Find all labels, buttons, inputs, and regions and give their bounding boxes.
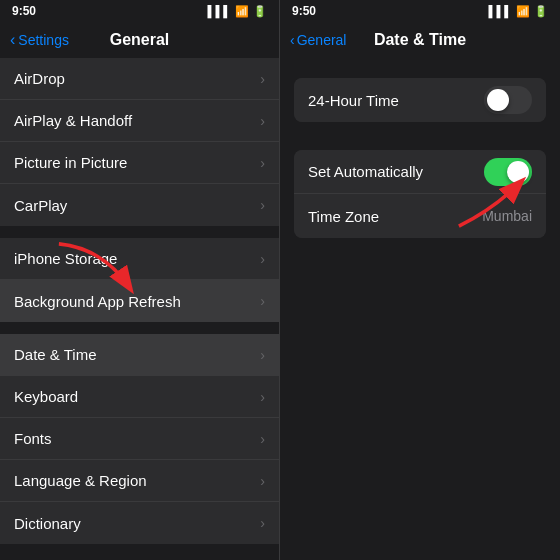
group-airdrop: AirDrop › AirPlay & Handoff › Picture in… — [0, 58, 279, 226]
item-right-background: › — [260, 293, 265, 309]
section-24hour: 24-Hour Time — [294, 78, 546, 122]
settings-list-left: AirDrop › AirPlay & Handoff › Picture in… — [0, 58, 279, 560]
nav-header-left: ‹ Settings General — [0, 22, 279, 58]
status-icons-right: ▌▌▌ 📶 🔋 — [489, 5, 548, 18]
item-label-language: Language & Region — [14, 472, 147, 489]
right-panel: 9:50 ▌▌▌ 📶 🔋 ‹ General Date & Time 24-Ho… — [280, 0, 560, 560]
chevron-datetime: › — [260, 347, 265, 363]
item-24hour[interactable]: 24-Hour Time — [294, 78, 546, 122]
item-label-fonts: Fonts — [14, 430, 52, 447]
chevron-language: › — [260, 473, 265, 489]
item-right-fonts: › — [260, 431, 265, 447]
group-datetime: Date & Time › Keyboard › Fonts › — [0, 334, 279, 544]
item-timezone[interactable]: Time Zone Mumbai — [294, 194, 546, 238]
item-right-storage: › — [260, 251, 265, 267]
item-right-carplay: › — [260, 197, 265, 213]
settings-item-carplay[interactable]: CarPlay › — [0, 184, 279, 226]
chevron-keyboard: › — [260, 389, 265, 405]
value-timezone: Mumbai — [482, 208, 532, 224]
settings-item-background[interactable]: Background App Refresh › — [0, 280, 279, 322]
item-right-keyboard: › — [260, 389, 265, 405]
status-time-right: 9:50 — [292, 4, 316, 18]
page-title-right: Date & Time — [374, 31, 466, 49]
label-set-auto: Set Automatically — [308, 163, 423, 180]
chevron-airdrop: › — [260, 71, 265, 87]
back-label-right: General — [297, 32, 347, 48]
signal-icon-right: ▌▌▌ — [489, 5, 512, 17]
settings-item-keyboard[interactable]: Keyboard › — [0, 376, 279, 418]
battery-icon: 🔋 — [253, 5, 267, 18]
nav-header-right: ‹ General Date & Time — [280, 22, 560, 58]
back-chevron-right: ‹ — [290, 32, 295, 48]
chevron-carplay: › — [260, 197, 265, 213]
toggle-24hour[interactable] — [484, 86, 532, 114]
chevron-fonts: › — [260, 431, 265, 447]
item-label-airdrop: AirDrop — [14, 70, 65, 87]
label-24hour: 24-Hour Time — [308, 92, 399, 109]
back-button-right[interactable]: ‹ General — [290, 32, 346, 48]
left-panel: 9:50 ▌▌▌ 📶 🔋 ‹ Settings General AirDrop — [0, 0, 280, 560]
chevron-dictionary: › — [260, 515, 265, 531]
settings-item-dictionary[interactable]: Dictionary › — [0, 502, 279, 544]
item-right-pip: › — [260, 155, 265, 171]
back-chevron-left: ‹ — [10, 31, 15, 49]
status-bar-left: 9:50 ▌▌▌ 📶 🔋 — [0, 0, 279, 22]
toggle-thumb-set-auto — [507, 161, 529, 183]
settings-item-airplay[interactable]: AirPlay & Handoff › — [0, 100, 279, 142]
status-icons-left: ▌▌▌ 📶 🔋 — [208, 5, 267, 18]
group-storage: iPhone Storage › Background App Refresh … — [0, 238, 279, 322]
chevron-background: › — [260, 293, 265, 309]
settings-item-airdrop[interactable]: AirDrop › — [0, 58, 279, 100]
item-label-keyboard: Keyboard — [14, 388, 78, 405]
signal-icon: ▌▌▌ — [208, 5, 231, 17]
gap1 — [0, 228, 279, 238]
settings-list-right: 24-Hour Time Set Automatically Time Zone… — [280, 58, 560, 560]
settings-item-datetime[interactable]: Date & Time › — [0, 334, 279, 376]
settings-item-language[interactable]: Language & Region › — [0, 460, 279, 502]
battery-icon-right: 🔋 — [534, 5, 548, 18]
back-label-left: Settings — [18, 32, 69, 48]
chevron-airplay: › — [260, 113, 265, 129]
item-label-iphone-storage: iPhone Storage — [14, 250, 117, 267]
chevron-pip: › — [260, 155, 265, 171]
section-auto: Set Automatically Time Zone Mumbai — [294, 150, 546, 238]
status-time-left: 9:50 — [12, 4, 36, 18]
item-right-dictionary: › — [260, 515, 265, 531]
status-bar-right: 9:50 ▌▌▌ 📶 🔋 — [280, 0, 560, 22]
back-button-left[interactable]: ‹ Settings — [10, 31, 69, 49]
chevron-storage: › — [260, 251, 265, 267]
item-label-airplay: AirPlay & Handoff — [14, 112, 132, 129]
item-label-carplay: CarPlay — [14, 197, 67, 214]
wifi-icon-right: 📶 — [516, 5, 530, 18]
gap3 — [0, 546, 279, 560]
item-right-language: › — [260, 473, 265, 489]
toggle-thumb-24hour — [487, 89, 509, 111]
page-title-left: General — [110, 31, 170, 49]
settings-item-pip[interactable]: Picture in Picture › — [0, 142, 279, 184]
item-set-auto[interactable]: Set Automatically — [294, 150, 546, 194]
item-label-background: Background App Refresh — [14, 293, 181, 310]
item-right-datetime: › — [260, 347, 265, 363]
settings-item-iphone-storage[interactable]: iPhone Storage › — [0, 238, 279, 280]
item-label-datetime: Date & Time — [14, 346, 97, 363]
item-label-dictionary: Dictionary — [14, 515, 81, 532]
label-timezone: Time Zone — [308, 208, 379, 225]
gap2 — [0, 324, 279, 334]
item-label-pip: Picture in Picture — [14, 154, 127, 171]
item-right-airdrop: › — [260, 71, 265, 87]
wifi-icon: 📶 — [235, 5, 249, 18]
toggle-set-auto[interactable] — [484, 158, 532, 186]
settings-item-fonts[interactable]: Fonts › — [0, 418, 279, 460]
item-right-airplay: › — [260, 113, 265, 129]
